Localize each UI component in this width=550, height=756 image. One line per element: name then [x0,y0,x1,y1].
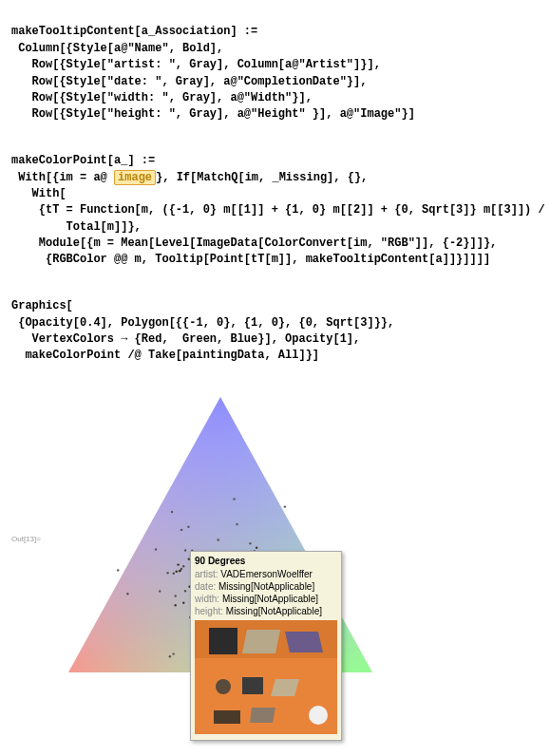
tooltip-row-date: date: Missing[NotApplicable] [195,580,337,593]
code-line: {RGBColor @@ m, Tooltip[Point[tT[m]], ma… [11,253,490,266]
code-line: Column[{Style[a@"Name", Bold], [11,42,223,55]
code-line: VertexColors → {Red, Green, Blue}], Opac… [11,332,360,346]
tooltip-popup: 90 Degrees artist: VADEmersonWoelffer da… [190,551,342,699]
code-line: With[ [11,187,66,200]
svg-point-378 [180,529,182,531]
svg-point-67 [173,572,175,574]
svg-marker-387 [271,679,299,696]
code-block-1: makeTooltipContent[a_Association] := Col… [11,8,539,123]
svg-point-208 [177,563,179,565]
svg-point-365 [171,511,173,513]
svg-point-377 [184,549,186,551]
svg-point-364 [175,595,177,596]
code-line: Total[m]]}, [11,220,142,234]
svg-point-328 [180,569,181,571]
svg-point-367 [187,525,189,527]
tooltip-row-artist: artist: VADEmersonWoelffer [195,568,337,580]
svg-point-312 [175,604,177,606]
svg-point-306 [218,539,219,540]
svg-point-173 [249,542,251,544]
tooltip-painting-image [195,620,337,699]
svg-point-385 [216,679,231,694]
code-block-3: Graphics[ {Opacity[0.4], Polygon[{{-1, 0… [11,282,539,365]
code-line: Graphics[ [11,299,73,312]
code-line: Row[{Style["width: ", Gray], a@"Width"}]… [11,91,313,104]
svg-point-360 [173,652,175,654]
code-line: Row[{Style["height: ", Gray], a@"Height"… [11,107,415,121]
code-line: makeColorPoint[a_] := [11,154,155,167]
svg-point-374 [126,593,128,595]
out-label: Out[13]= [11,535,49,543]
code-line: makeTooltipContent[a_Association] := [11,25,257,38]
code-line: With[{im = a@ image}, If[MatchQ[im, _Mis… [11,170,368,185]
svg-point-358 [169,655,171,657]
svg-point-357 [155,548,157,550]
svg-point-355 [236,523,237,525]
image-placeholder-token: image [114,170,156,185]
svg-marker-384 [285,632,323,652]
code-line: {Opacity[0.4], Polygon[{{-1, 0}, {1, 0},… [11,316,394,330]
svg-point-156 [182,601,184,603]
tooltip-row-height: height: Missing[NotApplicable] [195,605,337,617]
svg-point-366 [159,590,161,592]
svg-point-98 [176,570,178,572]
svg-point-135 [184,590,186,592]
svg-rect-386 [242,677,263,694]
svg-point-92 [182,565,184,567]
code-line: Row[{Style["date: ", Gray], a@"Completio… [11,75,367,88]
code-line: makeColorPoint /@ Take[paintingData, All… [11,349,319,362]
code-line: {tT = Function[m, ({-1, 0} m[[1]] + {1, … [11,203,545,217]
tooltip-row-width: width: Missing[NotApplicable] [195,593,337,605]
code-block-2: makeColorPoint[a_] := With[{im = a@ imag… [11,137,539,269]
code-line: Row[{Style["artist: ", Gray], Column[a@"… [11,58,381,71]
svg-point-369 [166,572,168,574]
svg-point-368 [284,505,286,507]
code-line: Module[{m = Mean[Level[ImageData[ColorCo… [11,236,497,250]
tooltip-title: 90 Degrees [195,556,337,566]
svg-point-356 [233,498,235,500]
svg-rect-382 [209,628,237,654]
svg-marker-383 [242,630,280,653]
svg-point-363 [117,569,119,571]
svg-point-72 [256,546,257,548]
